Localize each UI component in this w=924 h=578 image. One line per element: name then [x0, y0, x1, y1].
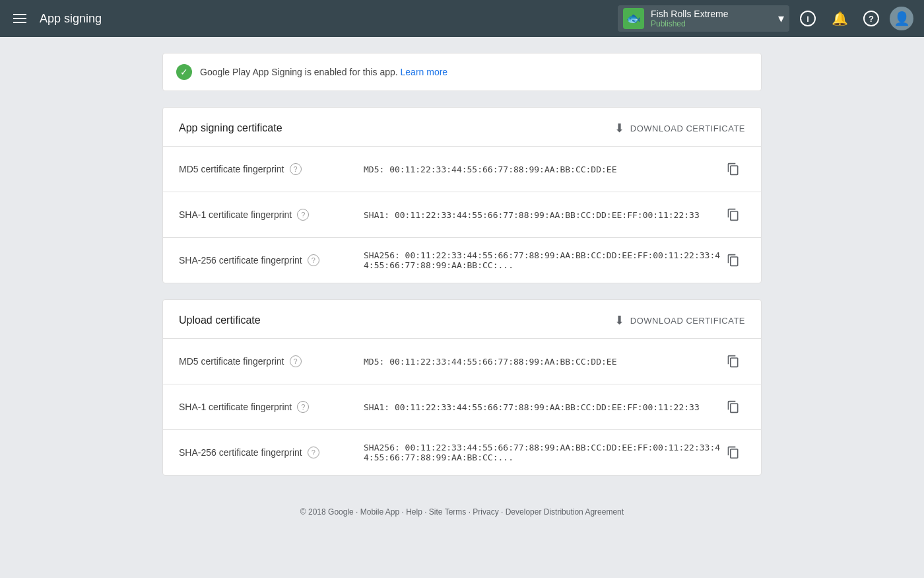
upload-cert-card: Upload certificate ⬇ DOWNLOAD CERTIFICAT… — [162, 299, 762, 476]
check-icon: ✓ — [176, 64, 192, 80]
footer-link-distribution-agreement[interactable]: Developer Distribution Agreement — [506, 507, 624, 517]
app-name: Fish Rolls Extreme — [651, 9, 772, 19]
footer-link-site-terms[interactable]: Site Terms — [429, 507, 466, 517]
page-footer: © 2018 Google · Mobile App · Help · Site… — [162, 491, 762, 543]
app-signing-card: App signing certificate ⬇ DOWNLOAD CERTI… — [162, 107, 762, 283]
signing-enabled-banner: ✓ Google Play App Signing is enabled for… — [162, 53, 762, 91]
page-title: App signing — [40, 12, 102, 26]
download-icon: ⬇ — [614, 121, 625, 135]
footer-link-privacy[interactable]: Privacy — [473, 507, 498, 517]
upload-cert-title: Upload certificate — [179, 314, 261, 326]
md5-help-icon[interactable]: ? — [290, 163, 302, 175]
bell-icon: 🔔 — [832, 11, 848, 26]
footer-link-mobile-app[interactable]: Mobile App — [360, 507, 399, 517]
upload-cert-row-sha256: SHA-256 certificate fingerprint ? SHA256… — [163, 429, 761, 475]
learn-more-link[interactable]: Learn more — [401, 67, 448, 77]
sha1-help-icon[interactable]: ? — [297, 209, 309, 221]
help-button[interactable]: ? — [858, 5, 884, 32]
upload-cert-row-md5: MD5 certificate fingerprint ? MD5: 00:11… — [163, 338, 761, 384]
top-navigation: App signing 🐟 Fish Rolls Extreme Publish… — [0, 0, 924, 37]
sha256-help-icon[interactable]: ? — [308, 254, 319, 266]
avatar-icon: 👤 — [894, 11, 910, 26]
download-signing-cert-button[interactable]: ⬇ DOWNLOAD CERTIFICATE — [614, 121, 745, 135]
upload-md5-value: MD5: 00:11:22:33:44:55:66:77:88:99:AA:BB… — [364, 357, 721, 367]
copy-md5-button[interactable] — [721, 157, 745, 181]
copy-upload-md5-button[interactable] — [721, 349, 745, 373]
copy-sha256-button[interactable] — [721, 248, 745, 272]
copy-icon — [727, 163, 740, 176]
app-signing-cert-row-md5: MD5 certificate fingerprint ? MD5: 00:11… — [163, 146, 761, 192]
main-content: ✓ Google Play App Signing is enabled for… — [152, 37, 772, 559]
copy-upload-sha256-button[interactable] — [721, 441, 745, 464]
download-upload-cert-button[interactable]: ⬇ DOWNLOAD CERTIFICATE — [614, 313, 745, 328]
app-status-badge: Published — [651, 19, 772, 28]
info-button[interactable]: i — [795, 5, 821, 32]
app-signing-cert-row-sha1: SHA-1 certificate fingerprint ? SHA1: 00… — [163, 192, 761, 237]
copy-sha1-button[interactable] — [721, 203, 745, 227]
md5-value: MD5: 00:11:22:33:44:55:66:77:88:99:AA:BB… — [364, 164, 721, 174]
upload-cert-row-sha1: SHA-1 certificate fingerprint ? SHA1: 00… — [163, 384, 761, 429]
copy-icon — [727, 400, 740, 414]
app-icon: 🐟 — [623, 8, 644, 29]
app-selector-dropdown[interactable]: 🐟 Fish Rolls Extreme Published ▾ — [618, 5, 789, 32]
help-icon: ? — [863, 11, 879, 26]
app-signing-title: App signing certificate — [179, 122, 282, 134]
upload-sha256-value: SHA256: 00:11:22:33:44:55:66:77:88:99:AA… — [364, 443, 721, 462]
notifications-button[interactable]: 🔔 — [826, 5, 853, 32]
footer-link-help[interactable]: Help — [406, 507, 422, 517]
sha256-value: SHA256: 00:11:22:33:44:55:66:77:88:99:AA… — [364, 250, 721, 270]
app-signing-cert-row-sha256: SHA-256 certificate fingerprint ? SHA256… — [163, 237, 761, 283]
copy-icon — [727, 254, 740, 267]
upload-md5-help-icon[interactable]: ? — [290, 355, 302, 367]
account-avatar[interactable]: 👤 — [890, 7, 913, 30]
copy-icon — [727, 355, 740, 368]
download-icon: ⬇ — [614, 313, 625, 328]
info-icon: i — [800, 11, 816, 26]
copy-upload-sha1-button[interactable] — [721, 395, 745, 419]
hamburger-menu[interactable] — [11, 11, 29, 26]
chevron-down-icon: ▾ — [778, 11, 784, 26]
upload-sha256-help-icon[interactable]: ? — [308, 447, 319, 458]
copy-icon — [727, 208, 740, 221]
footer-copyright: © 2018 Google — [300, 507, 354, 517]
copy-icon — [727, 446, 740, 459]
upload-sha1-help-icon[interactable]: ? — [297, 401, 309, 413]
banner-text: Google Play App Signing is enabled for t… — [200, 67, 447, 77]
sha1-value: SHA1: 00:11:22:33:44:55:66:77:88:99:AA:B… — [364, 210, 721, 220]
upload-sha1-value: SHA1: 00:11:22:33:44:55:66:77:88:99:AA:B… — [364, 402, 721, 412]
